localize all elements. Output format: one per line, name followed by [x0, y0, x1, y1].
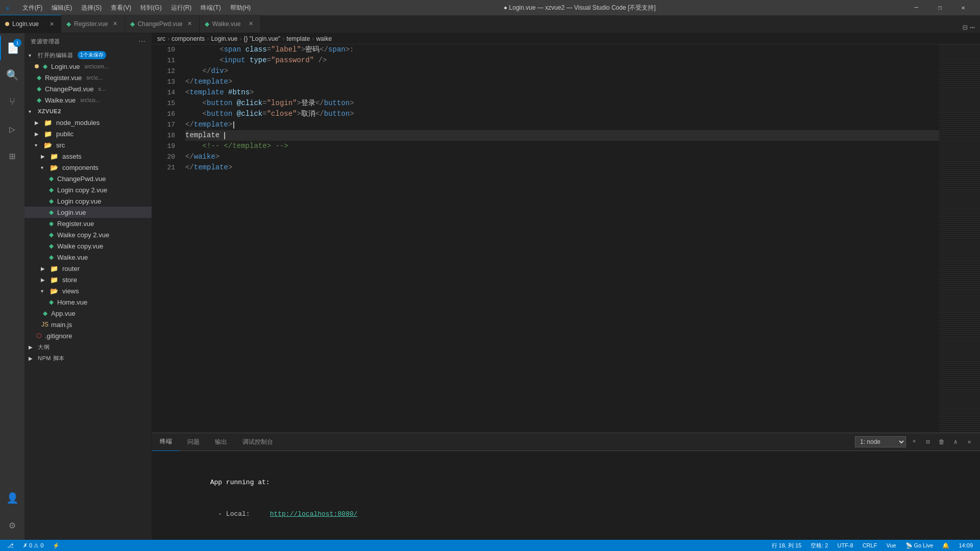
open-editors-section[interactable]: ▾ 打开的编辑器 1个未保存 — [24, 49, 152, 61]
folder-components[interactable]: ▾ 📂 components — [24, 162, 152, 173]
panel-tab-problems[interactable]: 问题 — [180, 433, 207, 451]
tab-waike[interactable]: ◆ Waike.vue ✕ — [200, 15, 261, 33]
trash-terminal-button[interactable]: 🗑 — [936, 436, 947, 447]
file-waike-copy-vue[interactable]: ◆ Waike copy.vue — [24, 240, 152, 252]
search-icon: 🔍 — [6, 69, 19, 82]
tab-changepwd[interactable]: ◆ ChangePwd.vue ✕ — [125, 15, 200, 33]
warning-icon: ⚠ — [34, 542, 39, 549]
tab-close-icon[interactable]: ✕ — [111, 20, 119, 28]
terminal-line-1 — [162, 456, 970, 467]
breadcrumb-template[interactable]: template — [286, 35, 310, 42]
activity-scm[interactable]: ⑂ — [0, 90, 24, 114]
menu-help[interactable]: 帮助(H) — [226, 3, 255, 13]
open-file-waike[interactable]: ◆ Waike.vue src\co... — [24, 94, 152, 106]
go-live-button[interactable]: 📡 Go Live — [903, 540, 936, 551]
menu-run[interactable]: 运行(R) — [167, 3, 196, 13]
code-line-15: <button @click="login">登录</button> — [185, 98, 939, 109]
cursor-position[interactable]: 行 18, 列 15 — [770, 540, 804, 551]
error-count[interactable]: ✗ 0 ⚠ 0 — [21, 540, 45, 551]
add-terminal-button[interactable]: + — [909, 436, 920, 447]
file-name: Waike copy 2.vue — [57, 231, 109, 239]
terminal-line-app-running: App running at: — [162, 467, 970, 498]
tab-close-icon[interactable]: ✕ — [47, 20, 56, 28]
file-gitignore[interactable]: ⬡ .gitignore — [24, 330, 152, 341]
tab-register[interactable]: ◆ Register.vue ✕ — [61, 15, 125, 33]
minimize-button[interactable]: — — [904, 0, 928, 15]
maximize-button[interactable]: ❐ — [928, 0, 951, 15]
local-url[interactable]: http://localhost:8080/ — [270, 510, 358, 518]
tab-close-icon[interactable]: ✕ — [186, 20, 194, 28]
file-register-vue[interactable]: ◆ Register.vue — [24, 218, 152, 229]
activity-debug[interactable]: ▷ — [0, 117, 24, 141]
breadcrumb-waike[interactable]: waike — [316, 35, 332, 42]
file-app-vue[interactable]: ◆ App.vue — [24, 308, 152, 319]
breadcrumb-src[interactable]: src — [157, 35, 165, 42]
close-button[interactable]: ✕ — [951, 0, 975, 15]
code-line-16: <button @click="close">取消</button> — [185, 109, 939, 119]
file-login-copy2-vue[interactable]: ◆ Login copy 2.vue — [24, 184, 152, 195]
file-home-vue[interactable]: ◆ Home.vue — [24, 296, 152, 308]
breadcrumb-components[interactable]: components — [172, 35, 205, 42]
panel-tab-terminal[interactable]: 终端 — [152, 433, 180, 451]
window-controls: — ❐ ✕ — [904, 0, 975, 15]
breadcrumb-loginvue[interactable]: Login.vue — [211, 35, 237, 42]
folder-store[interactable]: ▶ 📁 store — [24, 274, 152, 285]
file-waike-vue[interactable]: ◆ Waike.vue — [24, 252, 152, 263]
file-login-copy-vue[interactable]: ◆ Login copy.vue — [24, 195, 152, 207]
panel-tab-debug-console[interactable]: 调试控制台 — [235, 433, 281, 451]
collapse-panel-button[interactable]: ∧ — [950, 436, 961, 447]
project-root-folder[interactable]: ▾ XZVUE2 — [24, 106, 152, 117]
menu-file[interactable]: 文件(F) — [18, 3, 46, 13]
open-file-changepwd[interactable]: ◆ ChangePwd.vue s... — [24, 83, 152, 94]
folder-node-modules[interactable]: ▶ 📁 node_modules — [24, 117, 152, 128]
app-container: Login.vue ✕ ◆ Register.vue ✕ ◆ ChangePwd… — [0, 15, 980, 551]
activity-explorer[interactable]: 📄 1 — [0, 36, 24, 60]
folder-name: public — [56, 130, 74, 138]
live-share-button[interactable]: ⚡ — [51, 540, 62, 551]
folder-arrow: ▶ — [41, 266, 48, 271]
folder-router[interactable]: ▶ 📁 router — [24, 263, 152, 274]
outline-section[interactable]: ▶ 大纲 — [24, 341, 152, 353]
folder-icon: 📁 — [44, 130, 52, 138]
folder-assets[interactable]: ▶ 📁 assets — [24, 151, 152, 162]
notifications[interactable]: 🔔 — [940, 540, 951, 551]
line-num-20: 20 — [167, 152, 175, 162]
indentation[interactable]: 空格: 2 — [808, 540, 830, 551]
panel-tab-output[interactable]: 输出 — [207, 433, 235, 451]
file-login-vue[interactable]: ◆ Login.vue — [24, 207, 152, 218]
branch-indicator[interactable]: ⎇ — [5, 540, 16, 551]
tab-login[interactable]: Login.vue ✕ — [0, 15, 61, 33]
terminal-content[interactable]: App running at: - Local: http://localhos… — [152, 451, 980, 540]
menu-terminal[interactable]: 终端(T) — [197, 3, 225, 13]
code-content[interactable]: <span class="label">密码</span>: <input ty… — [180, 44, 939, 433]
split-terminal-button[interactable]: ⊟ — [922, 436, 934, 447]
file-main-js[interactable]: JS main.js — [24, 319, 152, 330]
close-panel-button[interactable]: ✕ — [964, 436, 975, 447]
more-actions-button[interactable]: ⋯ — [970, 22, 975, 33]
activity-extensions[interactable]: ⊞ — [0, 144, 24, 168]
activity-account[interactable]: 👤 — [0, 486, 24, 510]
file-changepwd-vue[interactable]: ◆ ChangePwd.vue — [24, 173, 152, 184]
terminal-select[interactable]: 1: node — [855, 436, 906, 447]
folder-views[interactable]: ▾ 📂 views — [24, 285, 152, 296]
breadcrumb-loginvue-sym[interactable]: {} "Login.vue" — [243, 35, 280, 42]
file-waike-copy2-vue[interactable]: ◆ Waike copy 2.vue — [24, 229, 152, 240]
encoding[interactable]: UTF-8 — [835, 540, 855, 551]
activity-settings[interactable]: ⚙ — [0, 513, 24, 537]
language-mode[interactable]: Vue — [884, 540, 898, 551]
npm-scripts-section[interactable]: ▶ NPM 脚本 — [24, 353, 152, 364]
menu-view[interactable]: 查看(V) — [107, 3, 135, 13]
menu-select[interactable]: 选择(S) — [77, 3, 106, 13]
split-editor-button[interactable]: ⊟ — [963, 22, 968, 33]
folder-src[interactable]: ▾ 📂 src — [24, 139, 152, 151]
code-line-11: <input type="password" /> — [185, 55, 939, 66]
sidebar-more-button[interactable]: ⋯ — [138, 37, 146, 45]
menu-goto[interactable]: 转到(G) — [136, 3, 165, 13]
activity-search[interactable]: 🔍 — [0, 63, 24, 87]
open-file-login[interactable]: ◆ Login.vue src\com... — [24, 61, 152, 72]
open-file-register[interactable]: ◆ Register.vue src\c... — [24, 72, 152, 83]
menu-edit[interactable]: 编辑(E) — [47, 3, 76, 13]
tab-close-icon[interactable]: ✕ — [247, 20, 255, 28]
folder-public[interactable]: ▶ 📁 public — [24, 128, 152, 139]
line-ending[interactable]: CRLF — [861, 540, 879, 551]
